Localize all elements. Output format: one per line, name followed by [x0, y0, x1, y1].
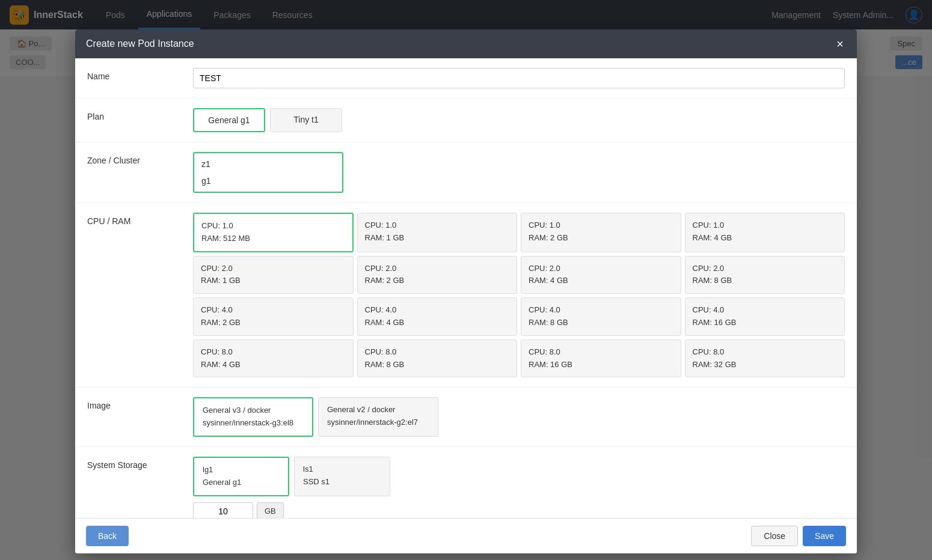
- name-input[interactable]: [193, 68, 845, 76]
- modal-title: Create new Pod Instance: [86, 38, 194, 49]
- name-content: [193, 68, 845, 76]
- modal-x-button[interactable]: ×: [834, 38, 846, 50]
- modal-overlay: Create new Pod Instance × Name Plan Gene…: [0, 0, 932, 76]
- modal-header: Create new Pod Instance ×: [75, 29, 857, 58]
- modal-body: Name Plan General g1 Tiny t1 Zone / Clus…: [75, 58, 857, 76]
- name-row: Name: [75, 58, 857, 76]
- name-label: Name: [87, 68, 183, 76]
- modal: Create new Pod Instance × Name Plan Gene…: [75, 29, 857, 76]
